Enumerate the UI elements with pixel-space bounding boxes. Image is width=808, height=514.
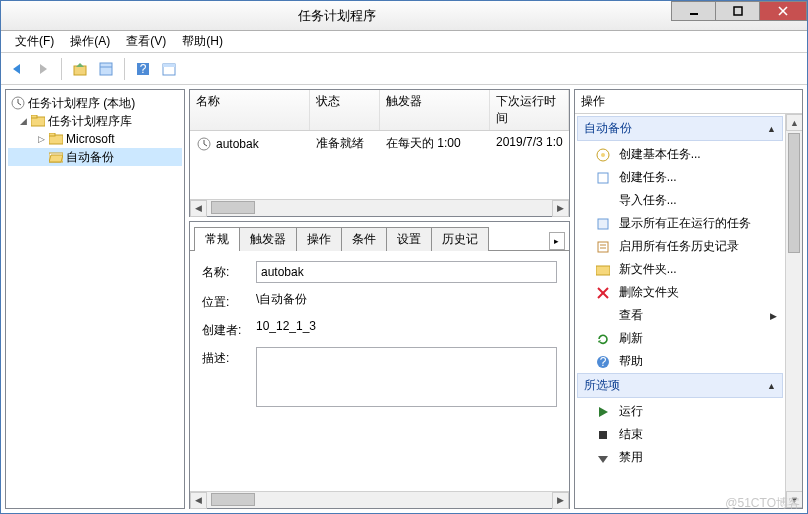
- disable-icon: [595, 450, 611, 466]
- action-enable-history[interactable]: 启用所有任务历史记录: [577, 235, 783, 258]
- actions-v-scrollbar[interactable]: ▲ ▼: [785, 114, 802, 508]
- tab-history[interactable]: 历史记: [431, 227, 489, 251]
- action-import[interactable]: 导入任务...: [577, 189, 783, 212]
- actions-group-autobackup[interactable]: 自动备份 ▲: [577, 116, 783, 141]
- back-button[interactable]: [5, 57, 29, 81]
- field-name[interactable]: [256, 261, 557, 283]
- tree-autobackup[interactable]: 自动备份: [8, 148, 182, 166]
- collapse-icon[interactable]: ▲: [767, 124, 776, 134]
- col-trigger[interactable]: 触发器: [380, 90, 490, 130]
- field-author: 10_12_1_3: [256, 319, 557, 333]
- help-button[interactable]: ?: [131, 57, 155, 81]
- action-new-folder[interactable]: 新文件夹...: [577, 258, 783, 281]
- action-delete-folder[interactable]: 删除文件夹: [577, 281, 783, 304]
- expand-icon[interactable]: ▷: [36, 134, 46, 144]
- task-nextrun: 2019/7/3 1:0: [490, 133, 569, 154]
- action-end[interactable]: 结束: [577, 423, 783, 446]
- task-list-header: 名称 状态 触发器 下次运行时间: [190, 90, 569, 131]
- action-disable[interactable]: 禁用: [577, 446, 783, 469]
- action-refresh[interactable]: 刷新: [577, 327, 783, 350]
- menu-file[interactable]: 文件(F): [7, 31, 62, 52]
- tab-actions[interactable]: 操作: [296, 227, 342, 251]
- group-label: 所选项: [584, 377, 620, 394]
- field-location: \自动备份: [256, 291, 557, 308]
- task-name: autobak: [216, 137, 259, 151]
- detail-h-scrollbar[interactable]: ◀ ▶: [190, 491, 569, 508]
- scroll-thumb[interactable]: [211, 201, 255, 214]
- import-icon: [595, 193, 611, 209]
- tab-general[interactable]: 常规: [194, 227, 240, 251]
- tree-root[interactable]: 任务计划程序 (本地): [8, 94, 182, 112]
- tab-triggers[interactable]: 触发器: [239, 227, 297, 251]
- svg-rect-13: [163, 64, 175, 67]
- svg-rect-6: [74, 66, 86, 75]
- menu-help[interactable]: 帮助(H): [174, 31, 231, 52]
- close-button[interactable]: [759, 1, 807, 21]
- group-label: 自动备份: [584, 120, 632, 137]
- svg-text:?: ?: [140, 62, 147, 76]
- folder-open-icon: [48, 149, 64, 165]
- tree-root-label: 任务计划程序 (本地): [28, 95, 135, 112]
- list-h-scrollbar[interactable]: ◀ ▶: [190, 199, 569, 216]
- forward-button[interactable]: [31, 57, 55, 81]
- action-help[interactable]: ?帮助: [577, 350, 783, 373]
- calendar-button[interactable]: [157, 57, 181, 81]
- up-button[interactable]: [68, 57, 92, 81]
- running-icon: [595, 216, 611, 232]
- scroll-right-icon[interactable]: ▶: [552, 200, 569, 217]
- menu-view[interactable]: 查看(V): [118, 31, 174, 52]
- task-detail: 常规 触发器 操作 条件 设置 历史记 ▸ 名称: 位置: \自动备份 创建者:: [189, 221, 570, 509]
- task-icon: [595, 170, 611, 186]
- svg-marker-22: [49, 155, 63, 162]
- menu-action[interactable]: 操作(A): [62, 31, 118, 52]
- tabs-overflow-icon[interactable]: ▸: [549, 232, 565, 250]
- tree-library-label: 任务计划程序库: [48, 113, 132, 130]
- tree-library[interactable]: ◢ 任务计划程序库: [8, 112, 182, 130]
- action-create-basic[interactable]: 创建基本任务...: [577, 143, 783, 166]
- task-list[interactable]: 名称 状态 触发器 下次运行时间 autobak 准备就绪 在每天的 1:00 …: [189, 89, 570, 217]
- minimize-button[interactable]: [671, 1, 716, 21]
- tree-pane[interactable]: 任务计划程序 (本地) ◢ 任务计划程序库 ▷ Microsoft 自动备份: [5, 89, 185, 509]
- col-status[interactable]: 状态: [310, 90, 380, 130]
- action-run[interactable]: 运行: [577, 400, 783, 423]
- svg-rect-33: [596, 266, 610, 275]
- col-name[interactable]: 名称: [190, 90, 310, 130]
- scroll-thumb[interactable]: [788, 133, 800, 253]
- delete-icon: [595, 285, 611, 301]
- col-nextrun[interactable]: 下次运行时间: [490, 90, 569, 130]
- scroll-thumb[interactable]: [211, 493, 255, 506]
- tree-microsoft[interactable]: ▷ Microsoft: [8, 130, 182, 148]
- tree-microsoft-label: Microsoft: [66, 132, 115, 146]
- scroll-right-icon[interactable]: ▶: [552, 492, 569, 509]
- lbl-description: 描述:: [202, 347, 256, 367]
- toolbar-separator: [61, 58, 62, 80]
- expand-icon[interactable]: ◢: [18, 116, 28, 126]
- scroll-up-icon[interactable]: ▲: [786, 114, 802, 131]
- folder-icon: [30, 113, 46, 129]
- clock-icon: [10, 95, 26, 111]
- action-create[interactable]: 创建任务...: [577, 166, 783, 189]
- action-show-running[interactable]: 显示所有正在运行的任务: [577, 212, 783, 235]
- field-description[interactable]: [256, 347, 557, 407]
- tab-settings[interactable]: 设置: [386, 227, 432, 251]
- properties-button[interactable]: [94, 57, 118, 81]
- scroll-left-icon[interactable]: ◀: [190, 492, 207, 509]
- svg-marker-4: [13, 64, 20, 74]
- maximize-button[interactable]: [715, 1, 760, 21]
- svg-marker-7: [76, 63, 84, 67]
- actions-group-selected[interactable]: 所选项 ▲: [577, 373, 783, 398]
- task-clock-icon: [196, 136, 212, 152]
- svg-rect-29: [598, 219, 608, 229]
- window-title: 任务计划程序: [1, 7, 672, 25]
- tab-body-general: 名称: 位置: \自动备份 创建者: 10_12_1_3 描述:: [190, 250, 569, 491]
- folder-icon: [48, 131, 64, 147]
- task-row[interactable]: autobak 准备就绪 在每天的 1:00 2019/7/3 1:0: [190, 131, 569, 156]
- collapse-icon[interactable]: ▲: [767, 381, 776, 391]
- tab-conditions[interactable]: 条件: [341, 227, 387, 251]
- scroll-left-icon[interactable]: ◀: [190, 200, 207, 217]
- action-view[interactable]: 查看▶: [577, 304, 783, 327]
- svg-text:?: ?: [599, 355, 606, 369]
- lbl-name: 名称:: [202, 261, 256, 281]
- actions-pane: 操作 自动备份 ▲ 创建基本任务... 创建任务... 导入任务... 显示所有…: [574, 89, 803, 509]
- svg-rect-30: [598, 242, 608, 252]
